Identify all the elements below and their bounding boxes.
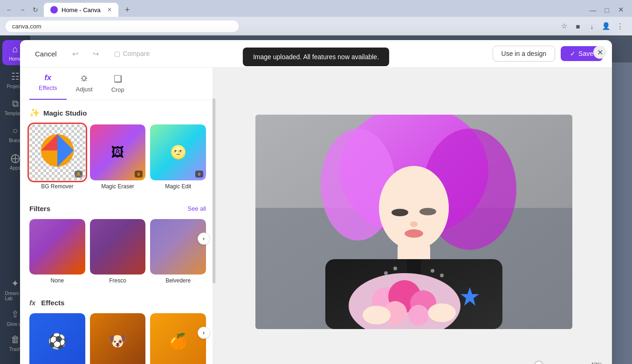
extension-button[interactable]: ■ xyxy=(571,20,584,33)
adjust-icon: ⛭ xyxy=(80,73,89,84)
svg-point-10 xyxy=(392,209,408,216)
magic-eraser-item[interactable]: 🖼 ♛ Magic Eraser xyxy=(90,124,146,190)
filters-title: Filters xyxy=(29,205,50,213)
image-editor-modal: Image uploaded. All features now availab… xyxy=(20,40,612,364)
effects-icon: fx xyxy=(44,73,51,82)
tab-favicon xyxy=(50,6,58,14)
magic-edit-thumb: 🌝 ♛ xyxy=(150,124,206,180)
profile-button[interactable]: 👤 xyxy=(599,20,612,33)
effects-bottom-title: fx Effects xyxy=(29,299,206,307)
effects-grid: ⚽ Soccer 🐶 Dog xyxy=(29,313,206,364)
svg-point-26 xyxy=(408,305,429,325)
effect-dog-item[interactable]: 🐶 Dog xyxy=(90,313,146,364)
compare-label: Compare xyxy=(123,50,150,57)
cancel-button[interactable]: Cancel xyxy=(29,47,62,61)
bg-remover-thumb: ♛ xyxy=(29,124,85,180)
redo-button[interactable]: ↪ xyxy=(89,46,103,61)
use-in-design-button[interactable]: Use in a design xyxy=(493,46,556,62)
filters-section: Filters See all None xyxy=(20,197,215,292)
svg-point-0 xyxy=(52,8,56,12)
save-label: Save xyxy=(578,50,593,57)
magic-edit-item[interactable]: 🌝 ♛ Magic Edit xyxy=(150,124,206,190)
filter-none-item[interactable]: None xyxy=(29,219,85,284)
effects-bottom-label: Effects xyxy=(41,299,64,307)
effects-next-button[interactable]: › xyxy=(198,327,210,339)
svg-point-17 xyxy=(393,267,397,270)
filter-fresco-thumb xyxy=(90,219,146,275)
forward-button[interactable]: → xyxy=(18,5,27,14)
fx-icon: fx xyxy=(29,299,35,307)
filter-belvedere-thumb xyxy=(150,219,206,275)
tab-adjust-label: Adjust xyxy=(76,86,93,93)
magic-studio-title: ✨ Magic Studio xyxy=(29,108,206,118)
magic-eraser-label: Magic Eraser xyxy=(101,183,134,190)
save-check-icon: ✓ xyxy=(570,50,576,57)
effect-orange-item[interactable]: 🍊 Orange xyxy=(150,313,206,364)
magic-studio-label: Magic Studio xyxy=(43,109,87,117)
new-tab-button[interactable]: + xyxy=(122,5,133,15)
modal-close-button[interactable]: ✕ xyxy=(593,46,606,59)
svg-point-12 xyxy=(410,221,418,227)
filter-fresco-label: Fresco xyxy=(109,277,126,284)
svg-point-29 xyxy=(428,303,456,322)
svg-point-16 xyxy=(384,271,388,275)
filters-grid: None Fresco xyxy=(29,219,206,284)
download-button[interactable]: ↓ xyxy=(585,20,598,33)
magic-edit-label: Magic Edit xyxy=(165,183,191,190)
undo-button[interactable]: ↩ xyxy=(68,46,83,61)
effect-orange-thumb: 🍊 xyxy=(150,313,206,364)
menu-button[interactable]: ⋮ xyxy=(613,20,626,33)
effect-soccer-thumb: ⚽ xyxy=(29,313,85,364)
effect-dog-thumb: 🐶 xyxy=(90,313,146,364)
svg-point-19 xyxy=(440,274,444,277)
tab-crop-label: Crop xyxy=(111,86,124,93)
crop-icon: ❏ xyxy=(114,73,122,84)
magic-studio-section: ✨ Magic Studio xyxy=(20,100,215,197)
bg-remover-label: BG Remover xyxy=(41,183,73,190)
modal-body: fx Effects ⛭ Adjust ❏ Crop xyxy=(20,68,612,364)
image-preview-panel: 43% xyxy=(216,68,612,364)
canva-background: ⌂ Home ☷ Projects ⧉ Templates ○ Brand ⨁ … xyxy=(0,35,632,364)
close-window-button[interactable]: ✕ xyxy=(614,3,627,16)
magic-studio-grid: ♛ BG Remover 🖼 ♛ xyxy=(29,124,206,190)
magic-star-icon: ✨ xyxy=(29,108,40,118)
zoom-label: 43% xyxy=(591,361,603,364)
back-button[interactable]: ← xyxy=(5,5,14,14)
tab-crop[interactable]: ❏ Crop xyxy=(102,68,134,100)
magic-edit-crown: ♛ xyxy=(195,171,203,178)
tab-effects[interactable]: fx Effects xyxy=(29,68,67,100)
tab-adjust[interactable]: ⛭ Adjust xyxy=(67,68,102,100)
scroll-thumb[interactable] xyxy=(213,98,215,283)
maximize-button[interactable]: □ xyxy=(600,3,613,16)
address-bar[interactable] xyxy=(6,21,239,32)
effect-soccer-item[interactable]: ⚽ Soccer xyxy=(29,313,85,364)
tab-effects-label: Effects xyxy=(39,84,57,91)
browser-tab[interactable]: Home - Canva ✕ xyxy=(44,3,118,17)
filter-belvedere-item[interactable]: Belvedere xyxy=(150,219,206,284)
modal-overlay: Image uploaded. All features now availab… xyxy=(0,35,632,364)
tab-close-button[interactable]: ✕ xyxy=(107,7,112,13)
bg-remover-item[interactable]: ♛ BG Remover xyxy=(29,124,85,190)
svg-point-11 xyxy=(419,208,436,215)
browser-toolbar-right: — □ ✕ xyxy=(586,3,627,16)
effects-bottom-section: fx Effects ⚽ Soccer xyxy=(20,291,215,364)
compare-icon: ▢ xyxy=(114,50,120,57)
toolbar-right-icons: ☆ ■ ↓ 👤 ⋮ xyxy=(557,20,626,33)
bookmark-button[interactable]: ☆ xyxy=(557,20,570,33)
toast-message: Image uploaded. All features now availab… xyxy=(253,53,379,61)
zoom-bar: 43% xyxy=(502,361,603,364)
svg-point-13 xyxy=(405,229,423,238)
refresh-button[interactable]: ↻ xyxy=(31,5,40,14)
filter-none-label: None xyxy=(50,277,64,284)
filter-fresco-item[interactable]: Fresco xyxy=(90,219,146,284)
filter-none-thumb xyxy=(29,219,85,275)
browser-addressbar: ☆ ■ ↓ 👤 ⋮ xyxy=(0,17,632,35)
tab-title: Home - Canva xyxy=(62,7,101,14)
filters-next-button[interactable]: › xyxy=(198,233,210,245)
minimize-button[interactable]: — xyxy=(586,3,599,16)
browser-titlebar: ← → ↻ Home - Canva ✕ + — □ ✕ xyxy=(0,0,632,17)
toast-notification: Image uploaded. All features now availab… xyxy=(243,48,389,66)
scroll-bar xyxy=(213,68,215,364)
compare-button[interactable]: ▢ Compare xyxy=(109,47,155,61)
see-all-button[interactable]: See all xyxy=(187,205,206,212)
